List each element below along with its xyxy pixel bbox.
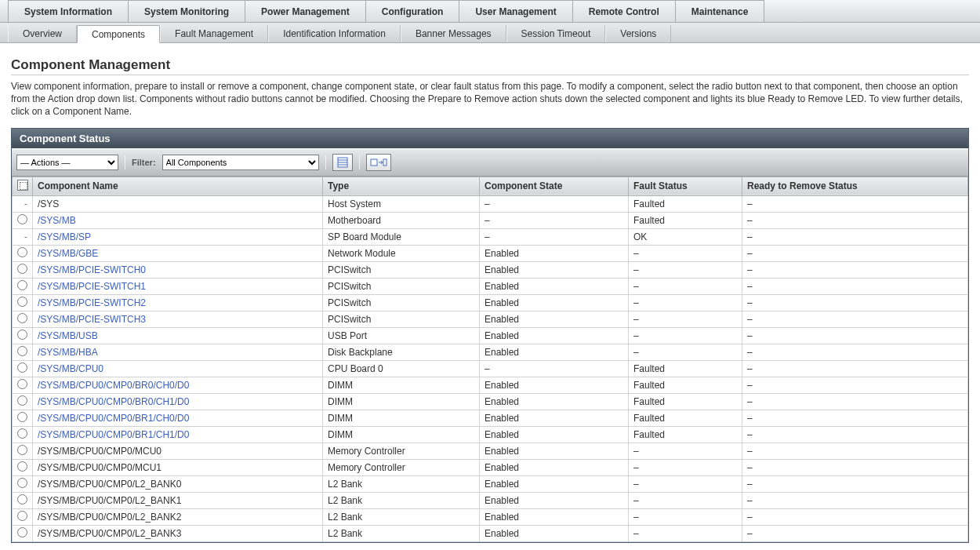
component-name-cell: /SYS/MB [33, 212, 323, 228]
component-link[interactable]: /SYS/MB/USB [38, 330, 98, 341]
column-header[interactable]: Ready to Remove Status [742, 177, 968, 195]
fault-cell: – [629, 508, 742, 525]
state-cell: Enabled [480, 426, 629, 443]
top-tab-remote-control[interactable]: Remote Control [572, 0, 676, 22]
fault-cell: – [629, 344, 742, 360]
top-tab-system-monitoring[interactable]: System Monitoring [128, 0, 245, 22]
column-header[interactable]: Component Name [33, 177, 323, 195]
type-cell: L2 Bank [323, 492, 480, 508]
component-link[interactable]: /SYS/MB/HBA [38, 347, 98, 358]
state-cell: Enabled [480, 459, 629, 475]
table-row: /SYS/MB/PCIE-SWITCH2PCISwitchEnabled–– [13, 294, 968, 311]
toolbar-separator [359, 155, 360, 169]
row-select-radio[interactable] [17, 527, 27, 537]
rtr-cell: – [742, 508, 968, 525]
row-select-radio[interactable] [17, 313, 27, 323]
component-link[interactable]: /SYS/MB/CPU0/CMP0/BR1/CH1/D0 [38, 429, 189, 440]
component-link[interactable]: /SYS/MB/CPU0/CMP0/BR0/CH1/D0 [38, 396, 189, 407]
column-header[interactable]: Fault Status [629, 177, 742, 195]
type-cell: DIMM [323, 410, 480, 426]
component-name-cell: /SYS/MB/CPU0/CMP0/MCU1 [33, 459, 323, 475]
component-name-cell: /SYS/MB/CPU0/CMP0/L2_BANK0 [33, 475, 323, 492]
table-row: /SYS/MB/CPU0CPU Board 0–Faulted– [13, 360, 968, 377]
state-cell: Enabled [480, 261, 629, 278]
row-select-radio[interactable] [17, 214, 27, 224]
actions-dropdown[interactable]: — Actions — [16, 155, 118, 170]
state-cell: – [480, 360, 629, 377]
row-select-radio[interactable] [17, 247, 27, 257]
columns-icon [337, 157, 348, 168]
sub-tab-banner-messages[interactable]: Banner Messages [401, 25, 506, 42]
component-link[interactable]: /SYS/MB/CPU0 [38, 363, 103, 374]
type-cell: L2 Bank [323, 508, 480, 525]
row-select-radio[interactable] [17, 445, 27, 455]
primary-tabbar: System InformationSystem MonitoringPower… [0, 0, 980, 23]
component-link[interactable]: /SYS/MB/CPU0/CMP0/BR1/CH0/D0 [38, 413, 189, 424]
row-select-radio[interactable] [17, 379, 27, 389]
row-select-radio[interactable] [17, 478, 27, 488]
row-select-radio[interactable] [17, 330, 27, 340]
row-select-radio[interactable] [17, 395, 27, 406]
row-select-radio[interactable] [17, 511, 27, 521]
state-cell: – [480, 228, 629, 245]
row-select-radio[interactable] [17, 280, 27, 290]
view-columns-button[interactable] [332, 154, 353, 171]
type-cell: Memory Controller [323, 459, 480, 475]
component-link[interactable]: /SYS/MB/PCIE-SWITCH1 [38, 281, 146, 292]
top-tab-user-management[interactable]: User Management [459, 0, 572, 22]
rtr-cell: – [742, 261, 968, 278]
rtr-cell: – [742, 360, 968, 377]
detach-button[interactable] [366, 154, 391, 171]
type-cell: Network Module [323, 245, 480, 261]
component-name-cell: /SYS/MB/CPU0/CMP0/BR0/CH1/D0 [33, 393, 323, 410]
component-name-cell: /SYS/MB/USB [33, 327, 323, 344]
row-select-radio[interactable] [17, 362, 27, 373]
top-tab-system-information[interactable]: System Information [8, 0, 129, 22]
sub-tab-session-timeout[interactable]: Session Timeout [506, 25, 606, 42]
row-select-radio[interactable] [17, 412, 27, 422]
sub-tab-identification-information[interactable]: Identification Information [268, 25, 401, 42]
component-link[interactable]: /SYS/MB [38, 215, 76, 226]
row-select-radio[interactable] [17, 494, 27, 504]
component-link[interactable]: /SYS/MB/GBE [38, 248, 98, 259]
component-link[interactable]: /SYS/MB/SP [38, 231, 91, 242]
component-table: Component NameTypeComponent StateFault S… [12, 177, 968, 542]
top-tab-maintenance[interactable]: Maintenance [675, 0, 765, 22]
svg-rect-4 [371, 159, 377, 166]
rtr-cell: – [742, 294, 968, 311]
component-link[interactable]: /SYS/MB/CPU0/CMP0/BR0/CH0/D0 [38, 380, 189, 391]
fault-cell: OK [629, 228, 742, 245]
row-select-radio[interactable] [17, 346, 27, 356]
top-tab-configuration[interactable]: Configuration [365, 0, 460, 22]
row-select-radio[interactable] [17, 428, 27, 439]
sub-tab-overview[interactable]: Overview [8, 25, 77, 42]
state-cell: Enabled [480, 410, 629, 426]
component-name-cell: /SYS/MB/CPU0/CMP0/BR0/CH0/D0 [33, 377, 323, 393]
table-row: /SYS/MB/PCIE-SWITCH1PCISwitchEnabled–– [13, 278, 968, 294]
sub-tab-fault-management[interactable]: Fault Management [160, 25, 268, 42]
top-tab-power-management[interactable]: Power Management [245, 0, 366, 22]
row-select-radio[interactable] [17, 297, 27, 307]
state-cell: Enabled [480, 475, 629, 492]
type-cell: Disk Backplane [323, 344, 480, 360]
component-name-cell: /SYS/MB/SP [33, 228, 323, 245]
row-select-radio[interactable] [17, 264, 27, 274]
component-name-cell: /SYS/MB/PCIE-SWITCH0 [33, 261, 323, 278]
column-header[interactable]: Component State [480, 177, 629, 195]
column-header[interactable]: Type [323, 177, 480, 195]
component-link[interactable]: /SYS/MB/PCIE-SWITCH2 [38, 297, 146, 308]
fault-cell: Faulted [629, 410, 742, 426]
fault-cell: Faulted [629, 195, 742, 212]
sub-tab-versions[interactable]: Versions [605, 25, 671, 42]
page-content: Component Management View component info… [0, 43, 980, 543]
component-link[interactable]: /SYS/MB/PCIE-SWITCH0 [38, 264, 146, 275]
fault-cell: – [629, 311, 742, 327]
sub-tab-components[interactable]: Components [77, 25, 160, 43]
select-column-header[interactable] [13, 177, 33, 195]
component-name-cell: /SYS/MB/GBE [33, 245, 323, 261]
row-select-radio[interactable] [17, 461, 27, 472]
table-row: /SYS/MB/HBADisk BackplaneEnabled–– [13, 344, 968, 360]
filter-dropdown[interactable]: All Components [162, 155, 319, 170]
component-link[interactable]: /SYS/MB/PCIE-SWITCH3 [38, 314, 146, 325]
component-name-cell: /SYS/MB/PCIE-SWITCH1 [33, 278, 323, 294]
